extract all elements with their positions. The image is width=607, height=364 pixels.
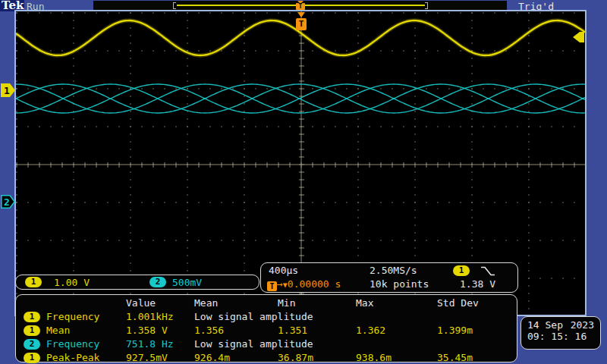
record-bracket-right-icon	[425, 2, 428, 9]
measurement-max: 938.6m	[356, 352, 392, 363]
measurement-name: Frequency	[46, 311, 99, 322]
source-badge: 1	[24, 325, 40, 336]
arrow-right-icon: →	[277, 278, 283, 290]
col-header-max: Max	[356, 297, 373, 309]
measurement-note: Low signal amplitude	[194, 338, 313, 350]
ch1-badge: 1	[25, 277, 42, 287]
source-badge: 1	[24, 353, 40, 363]
trigger-level-arrow-icon	[573, 32, 585, 42]
trigger-position-flag: T	[296, 12, 307, 30]
record-length-value: 10k points	[370, 278, 429, 290]
measurement-min: 36.87m	[278, 352, 313, 363]
measurements-table: Value Mean Min Max Std Dev 1 Frequency 1…	[15, 294, 517, 362]
measurement-stddev: 35.45m	[437, 352, 473, 363]
sample-rate-value: 2.50MS/s	[370, 265, 417, 276]
ch2-position-marker: 2	[1, 195, 15, 209]
arrow-down-icon	[297, 12, 305, 17]
record-trigger-position-icon: T	[296, 1, 305, 10]
measurement-min: 1.351	[278, 325, 307, 336]
trigger-t-icon: T	[267, 281, 277, 291]
trigger-delay-readout: T→▼0.00000 s	[267, 278, 341, 291]
ch2-scale-value: 500mV	[172, 277, 202, 288]
time-value: 09: 15: 16	[527, 331, 594, 342]
trigger-slope-falling-icon	[480, 265, 496, 277]
measurement-mean: 926.4m	[194, 352, 230, 363]
measurement-row: 1 Frequency 1.001kHz Low signal amplitud…	[16, 311, 517, 325]
timebase-value: 400µs	[269, 265, 298, 276]
ch1-scale-value: 1.00 V	[54, 277, 90, 288]
col-header-min: Min	[278, 297, 295, 309]
measurement-value: 1.358 V	[126, 325, 168, 336]
measurement-row: 1 Peak-Peak 927.5mV 926.4m 36.87m 938.6m…	[16, 352, 517, 364]
ch1-position-marker: 1	[1, 83, 15, 97]
measurement-name: Mean	[46, 325, 70, 336]
oscilloscope-display: Tek Run T Trig'd T 1 2 1 1.00 V 2 500	[0, 0, 607, 364]
trigger-source-badge: 1	[453, 265, 470, 276]
date-value: 14 Sep	[527, 319, 563, 331]
measurement-row: 2 Frequency 751.8 Hz Low signal amplitud…	[16, 338, 517, 352]
record-view-bar: T	[93, 1, 507, 10]
source-badge: 2	[24, 339, 40, 350]
trigger-level-value: 1.38 V	[460, 278, 495, 290]
measurement-mean: 1.356	[194, 325, 224, 336]
measurement-stddev: 1.399m	[437, 325, 473, 336]
trigger-delay-value: 0.00000 s	[288, 278, 341, 290]
trigger-t-label: T	[296, 18, 307, 30]
year-value: 2023	[571, 319, 594, 331]
channel-scale-readout: 1 1.00 V 2 500mV	[15, 275, 259, 290]
ch1-marker-label: 1	[4, 85, 10, 96]
measurements-header-row: Value Mean Min Max Std Dev	[16, 297, 517, 311]
measurement-value: 751.8 Hz	[126, 338, 174, 350]
measurement-name: Frequency	[46, 338, 99, 350]
col-header-mean: Mean	[194, 297, 218, 309]
horizontal-trigger-readout: 400µs 2.50MS/s 1 T→▼0.00000 s 10k points…	[260, 262, 518, 293]
measurement-note: Low signal amplitude	[194, 311, 313, 322]
datetime-box: 14 Sep 2023 09: 15: 16	[521, 316, 601, 350]
measurement-value: 927.5mV	[126, 352, 168, 363]
source-badge: 1	[24, 312, 40, 322]
measurement-row: 1 Mean 1.358 V 1.356 1.351 1.362 1.399m	[16, 325, 517, 338]
col-header-value: Value	[126, 297, 156, 309]
ch2-marker-label: 2	[4, 196, 10, 208]
ch2-badge: 2	[149, 277, 166, 287]
measurement-name: Peak-Peak	[46, 352, 99, 363]
measurement-max: 1.362	[356, 325, 385, 336]
record-bracket-left-icon	[173, 2, 176, 9]
measurement-value: 1.001kHz	[126, 311, 174, 322]
col-header-stddev: Std Dev	[437, 297, 479, 309]
